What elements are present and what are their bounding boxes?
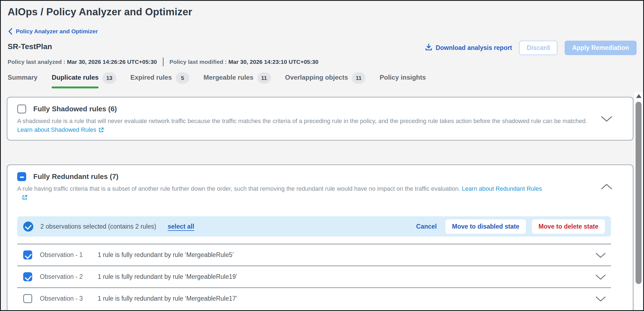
observation-row[interactable]: Observation - 3 1 rule is fully redundan… (17, 287, 611, 309)
tab-summary[interactable]: Summary (8, 74, 37, 82)
modified-value: Mar 30, 2026 14:23:10 UTC+05:30 (228, 59, 318, 65)
cancel-button[interactable]: Cancel (416, 223, 437, 230)
external-link-icon (99, 126, 104, 135)
shadowed-rules-title: Fully Shadowed rules (6) (33, 105, 117, 113)
shadowed-rules-checkbox[interactable] (17, 104, 26, 113)
observation-1-checkbox[interactable] (23, 250, 32, 259)
redundant-rules-description: A rule having traffic criteria that is a… (7, 181, 633, 202)
observation-3-checkbox[interactable] (23, 294, 32, 303)
select-all-link[interactable]: select all (168, 223, 194, 230)
analyzed-value: Mar 30, 2026 14:26:26 UTC+05:30 (67, 59, 157, 65)
tab-policy-insights[interactable]: Policy insights (380, 74, 426, 82)
redundant-rules-title: Fully Redundant rules (7) (33, 172, 118, 181)
download-label: Download analysis report (436, 44, 512, 52)
policy-analyzer-window: AIOps / Policy Analyzer and Optimizer Po… (0, 0, 644, 311)
discard-button[interactable]: Discard (519, 41, 557, 55)
move-to-delete-button[interactable]: Move to delete state (532, 219, 605, 234)
scroll-up-arrow-icon[interactable] (636, 94, 642, 98)
tab-badge: 5 (176, 72, 189, 84)
apply-remediation-button[interactable]: Apply Remediation (565, 41, 637, 55)
tab-mergeable-rules[interactable]: Mergeable rules 11 (204, 72, 271, 84)
chevron-down-icon[interactable] (595, 274, 606, 282)
vertical-scrollbar[interactable] (634, 92, 643, 310)
observation-list: Observation - 1 1 rule is fully redundan… (17, 244, 611, 309)
chevron-down-icon[interactable] (595, 296, 606, 303)
tab-overlapping-objects[interactable]: Overlapping objects 11 (285, 72, 366, 84)
page-title: AIOps / Policy Analyzer and Optimizer (8, 6, 192, 18)
meta-divider (163, 58, 163, 66)
back-chevron-icon (8, 28, 13, 35)
breadcrumb-label: Policy Analyzer and Optimizer (16, 28, 98, 35)
breadcrumb[interactable]: Policy Analyzer and Optimizer (8, 28, 98, 35)
redundant-rules-checkbox[interactable] (17, 172, 26, 181)
policy-meta: Policy last analyzed : Mar 30, 2026 14:2… (8, 58, 318, 66)
analyzed-label: Policy last analyzed : (8, 59, 65, 65)
download-icon (425, 43, 432, 53)
tab-badge: 13 (102, 72, 116, 84)
selected-check-icon (23, 222, 33, 232)
tab-badge: 11 (257, 72, 271, 84)
header-actions: Download analysis report Discard Apply R… (425, 41, 637, 55)
redundant-rules-card: Fully Redundant rules (7) A rule having … (7, 165, 633, 311)
external-link-icon[interactable] (22, 194, 600, 202)
redundant-card-chevron-up-icon[interactable] (601, 183, 613, 191)
move-to-disabled-button[interactable]: Move to disabled state (445, 219, 526, 234)
shadowed-card-chevron-down-icon[interactable] (601, 115, 613, 124)
shadowed-rules-card: Fully Shadowed rules (6) A shadowed rule… (7, 97, 633, 140)
observation-row[interactable]: Observation - 2 1 rule is fully redundan… (17, 265, 611, 287)
learn-redundant-rules-link[interactable]: Learn about Redundant Rules (462, 185, 542, 192)
observation-2-checkbox[interactable] (23, 272, 32, 281)
tab-expired-rules[interactable]: Expired rules 5 (130, 72, 189, 84)
plan-name: SR-TestPlan (8, 42, 52, 51)
observation-row[interactable]: Observation - 1 1 rule is fully redundan… (17, 244, 611, 265)
selection-bar: 2 observations selected (contains 2 rule… (17, 216, 611, 237)
tab-badge: 11 (352, 72, 365, 84)
chevron-down-icon[interactable] (595, 252, 606, 260)
selection-status: 2 observations selected (contains 2 rule… (40, 223, 156, 230)
tab-duplicate-rules[interactable]: Duplicate rules 13 (52, 72, 116, 84)
learn-shadowed-rules-link[interactable]: Learn about Shadowed Rules (17, 126, 104, 133)
shadowed-rules-description: A shadowed rule is a rule that will neve… (7, 113, 633, 135)
modified-label: Policy last modified : (169, 59, 227, 65)
scrollbar-thumb[interactable] (636, 102, 642, 284)
download-report-link[interactable]: Download analysis report (425, 43, 512, 53)
tab-bar: Summary Duplicate rules 13 Expired rules… (8, 72, 426, 84)
